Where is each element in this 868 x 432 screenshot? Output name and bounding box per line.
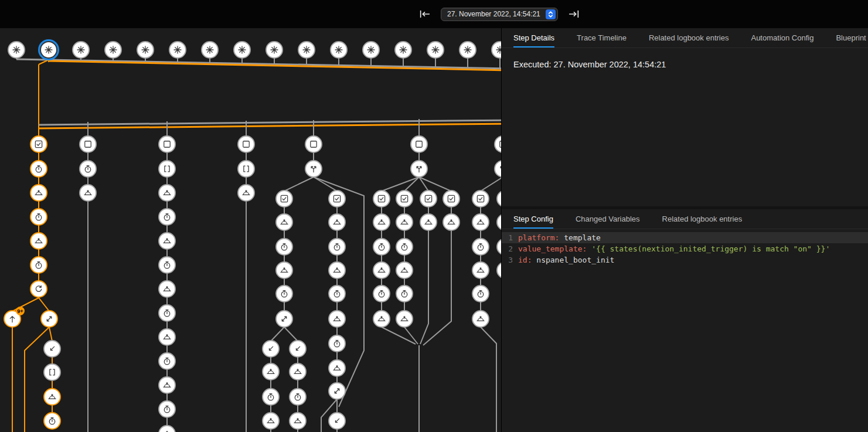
trigger-node[interactable] bbox=[394, 41, 412, 59]
service-node[interactable] bbox=[158, 232, 176, 250]
previous-run-button[interactable] bbox=[417, 6, 433, 22]
timer-node[interactable] bbox=[328, 285, 346, 302]
up-node[interactable]: 9+ bbox=[4, 310, 21, 328]
brackets-node[interactable] bbox=[43, 363, 61, 381]
timer-node[interactable] bbox=[158, 208, 176, 226]
service-node[interactable] bbox=[158, 328, 176, 346]
next-run-button[interactable] bbox=[566, 6, 581, 22]
service-node[interactable] bbox=[472, 213, 489, 231]
service-node[interactable] bbox=[373, 213, 390, 231]
timer-node[interactable] bbox=[289, 388, 307, 406]
trigger-node[interactable] bbox=[362, 41, 380, 59]
timer-node[interactable] bbox=[79, 160, 97, 178]
tab-step-config[interactable]: Step Config bbox=[513, 209, 553, 229]
brackets-node[interactable] bbox=[158, 160, 176, 178]
service-node[interactable] bbox=[289, 412, 307, 430]
service-node[interactable] bbox=[373, 261, 390, 279]
tab-changed-variables[interactable]: Changed Variables bbox=[576, 209, 640, 229]
repeat-node[interactable] bbox=[30, 280, 47, 298]
timer-node[interactable] bbox=[43, 412, 61, 430]
service-node[interactable] bbox=[158, 280, 176, 298]
timer-node[interactable] bbox=[262, 388, 280, 406]
run-selector[interactable]: 27. November 2022, 14:54:21 bbox=[441, 8, 558, 21]
service-node[interactable] bbox=[328, 261, 346, 279]
timer-node[interactable] bbox=[396, 238, 413, 256]
condition-node[interactable] bbox=[275, 190, 293, 208]
service-node[interactable] bbox=[79, 184, 97, 202]
service-node[interactable] bbox=[289, 363, 307, 380]
service-node[interactable] bbox=[275, 261, 293, 279]
trigger-node[interactable] bbox=[459, 41, 476, 59]
condition-node[interactable] bbox=[396, 190, 413, 208]
trigger-node[interactable] bbox=[137, 41, 154, 59]
service-node[interactable] bbox=[30, 232, 47, 250]
trigger-node[interactable] bbox=[169, 41, 186, 59]
service-node[interactable] bbox=[30, 184, 47, 202]
choose-node[interactable] bbox=[410, 160, 428, 178]
timer-node[interactable] bbox=[328, 335, 346, 352]
timer-node[interactable] bbox=[373, 285, 390, 302]
condition-node[interactable] bbox=[420, 190, 437, 208]
tab-related-logbook-entries[interactable]: Related logbook entries bbox=[649, 28, 729, 47]
trigger-node[interactable] bbox=[265, 41, 283, 59]
timer-node[interactable] bbox=[158, 256, 176, 274]
trigger-node[interactable] bbox=[201, 41, 219, 59]
service-node[interactable] bbox=[328, 213, 346, 231]
service-node[interactable] bbox=[262, 412, 280, 430]
timer-node[interactable] bbox=[158, 400, 176, 418]
service-node[interactable] bbox=[275, 213, 293, 231]
service-node[interactable] bbox=[472, 261, 489, 279]
timer-node[interactable] bbox=[275, 285, 293, 302]
service-node[interactable] bbox=[328, 310, 346, 328]
service-node[interactable] bbox=[328, 359, 346, 377]
service-node[interactable] bbox=[442, 213, 460, 231]
service-node[interactable] bbox=[472, 310, 489, 328]
service-node[interactable] bbox=[396, 213, 413, 231]
service-node[interactable] bbox=[237, 184, 255, 202]
timer-node[interactable] bbox=[328, 238, 346, 256]
timer-node[interactable] bbox=[30, 160, 47, 178]
timer-node[interactable] bbox=[472, 285, 489, 302]
arrow-in-node[interactable] bbox=[328, 412, 346, 430]
condition-node[interactable] bbox=[472, 190, 489, 208]
arrow-in-node[interactable] bbox=[262, 340, 280, 358]
square-node[interactable] bbox=[410, 135, 428, 153]
service-node[interactable] bbox=[396, 261, 413, 279]
service-node[interactable] bbox=[373, 310, 390, 328]
service-node[interactable] bbox=[420, 213, 437, 231]
timer-node[interactable] bbox=[158, 304, 176, 322]
service-node[interactable] bbox=[262, 363, 280, 380]
condition-node[interactable] bbox=[442, 190, 460, 208]
tab-automation-config[interactable]: Automation Config bbox=[751, 28, 813, 47]
diverge-node[interactable] bbox=[275, 310, 293, 328]
timer-node[interactable] bbox=[30, 208, 47, 226]
trigger-node[interactable] bbox=[40, 41, 57, 59]
trigger-node[interactable] bbox=[298, 41, 315, 59]
timer-node[interactable] bbox=[275, 238, 293, 256]
tab-config-related-logbook-entries[interactable]: Related logbook entries bbox=[662, 209, 743, 229]
timer-node[interactable] bbox=[396, 285, 413, 302]
arrow-in-node[interactable] bbox=[43, 340, 61, 358]
service-node[interactable] bbox=[396, 310, 413, 328]
diverge-node[interactable] bbox=[328, 382, 346, 400]
condition-node[interactable] bbox=[328, 190, 346, 208]
trigger-node[interactable] bbox=[8, 41, 25, 59]
square-node[interactable] bbox=[237, 135, 255, 153]
square-node[interactable] bbox=[79, 135, 97, 153]
condition-node[interactable] bbox=[373, 190, 390, 208]
service-node[interactable] bbox=[158, 184, 176, 202]
trigger-node[interactable] bbox=[427, 41, 444, 59]
brackets-node[interactable] bbox=[237, 160, 255, 178]
tab-blueprint-config[interactable]: Blueprint Config bbox=[836, 28, 868, 47]
square-node[interactable] bbox=[158, 135, 176, 153]
timer-node[interactable] bbox=[158, 352, 176, 370]
choose-node[interactable] bbox=[305, 160, 322, 178]
tab-step-details[interactable]: Step Details bbox=[513, 28, 554, 47]
trigger-node[interactable] bbox=[104, 41, 122, 59]
service-node[interactable] bbox=[43, 388, 61, 406]
tab-trace-timeline[interactable]: Trace Timeline bbox=[577, 28, 627, 47]
trigger-node[interactable] bbox=[233, 41, 251, 59]
condition-node[interactable] bbox=[30, 135, 47, 153]
timer-node[interactable] bbox=[30, 256, 47, 274]
square-node[interactable] bbox=[305, 135, 322, 153]
